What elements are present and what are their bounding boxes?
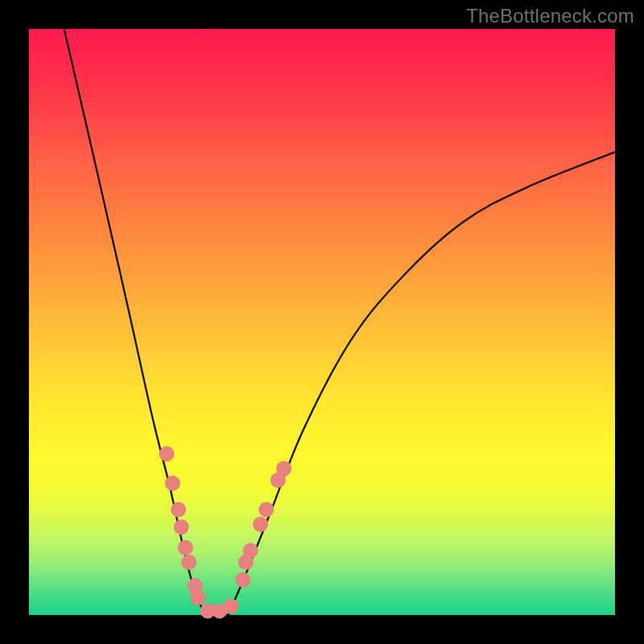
plot-area (29, 29, 615, 615)
v-curve (64, 29, 615, 615)
data-dot (276, 461, 291, 477)
data-dot (171, 502, 186, 517)
data-dot (178, 540, 193, 555)
data-dot (165, 476, 180, 491)
data-dot (181, 555, 196, 570)
data-dot (190, 590, 205, 605)
chart-svg (29, 29, 615, 615)
data-dot (235, 572, 250, 588)
data-dots (159, 446, 292, 618)
data-dot (159, 446, 175, 461)
data-dot (224, 599, 239, 614)
data-dot (258, 502, 274, 517)
data-dot (174, 519, 189, 535)
data-dot (253, 517, 268, 532)
watermark-text: TheBottleneck.com (466, 5, 634, 27)
data-dot (243, 543, 258, 558)
outer-frame: TheBottleneck.com (0, 0, 644, 644)
